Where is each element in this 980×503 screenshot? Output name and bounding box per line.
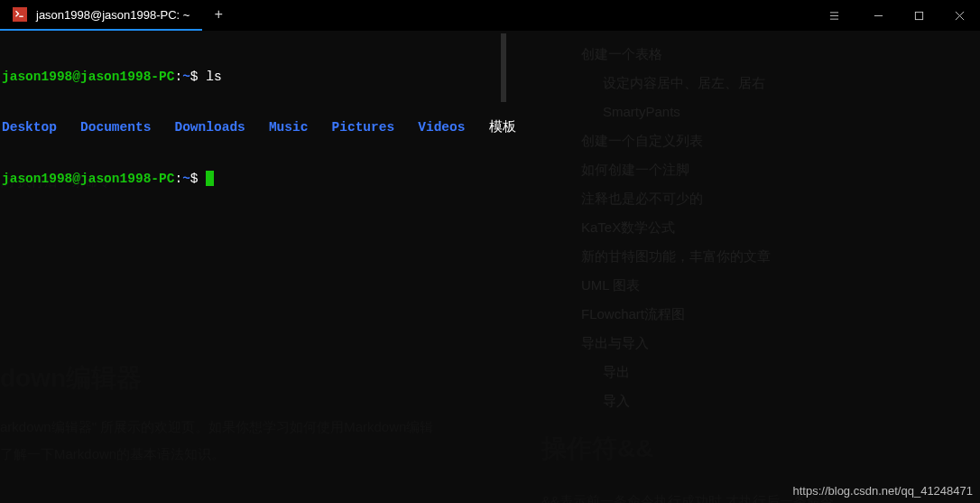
prompt-line-2: jason1998@jason1998-PC:~$ [2, 171, 978, 188]
dir-downloads: Downloads [174, 119, 245, 136]
bg-heading-right: 操作符&& [541, 432, 966, 466]
dir-pictures: Pictures [332, 119, 395, 136]
toc-item: FLowchart流程图 [581, 300, 966, 329]
bg-heading-left: down编辑器 [0, 361, 142, 396]
dir-videos: Videos [418, 119, 465, 136]
dir-template: 模板 [489, 119, 516, 136]
terminal-tab[interactable]: jason1998@jason1998-PC: ~ [0, 0, 202, 31]
ls-output: Desktop Documents Downloads Music Pictur… [2, 119, 978, 136]
toc-item: UML 图表 [581, 271, 966, 300]
dir-music: Music [269, 119, 309, 136]
minimize-button[interactable] [858, 0, 899, 31]
bg-para-2: 了解一下Markdown的基本语法知识。 [0, 441, 433, 468]
prompt-user: jason1998@jason1998-PC [2, 69, 174, 86]
dir-documents: Documents [80, 119, 151, 136]
toc-item: 新的甘特图功能，丰富你的文章 [581, 242, 966, 271]
svg-rect-5 [915, 12, 922, 19]
toc-item: 导出与导入 [581, 329, 966, 358]
tab-title: jason1998@jason1998-PC: ~ [36, 8, 190, 22]
prompt-line-1: jason1998@jason1998-PC:~$ ls [2, 69, 978, 86]
close-button[interactable] [939, 0, 980, 31]
watermark-url: https://blog.csdn.net/qq_41248471 [793, 484, 974, 498]
terminal-output[interactable]: jason1998@jason1998-PC:~$ ls Desktop Doc… [0, 31, 980, 208]
toc-item: 导入 [581, 387, 966, 415]
dir-desktop: Desktop [2, 119, 57, 136]
prompt-path: ~ [182, 69, 190, 86]
command-ls: ls [206, 69, 221, 86]
menu-button[interactable] [814, 0, 855, 31]
toc-item: 导出 [581, 358, 966, 387]
window-titlebar: jason1998@jason1998-PC: ~ + [0, 0, 980, 31]
bg-para-1: arkdown编辑器" 所展示的欢迎页。如果你想学习如何使用Markdown编辑 [0, 414, 433, 441]
window-controls [814, 0, 980, 31]
new-tab-button[interactable]: + [202, 0, 235, 31]
cursor [206, 171, 214, 186]
maximize-button[interactable] [899, 0, 939, 31]
terminal-icon [13, 7, 27, 22]
scrollbar-thumb[interactable] [501, 33, 506, 102]
toc-item: KaTeX数学公式 [581, 213, 966, 242]
